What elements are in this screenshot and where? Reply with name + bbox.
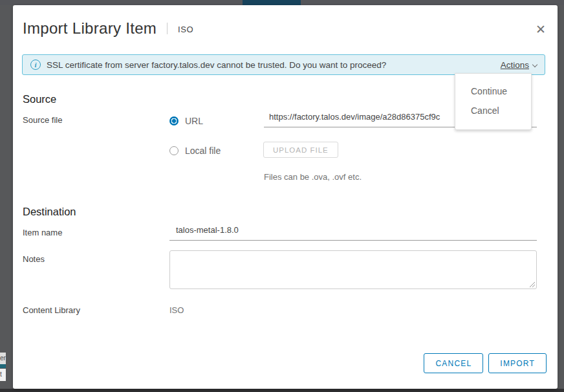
dialog-title: Import Library Item [23,19,157,38]
notes-label: Notes [23,254,45,264]
radio-checked-icon[interactable] [169,116,179,125]
local-file-radio-label: Local file [185,146,221,156]
info-icon: i [30,60,41,70]
actions-dropdown-trigger[interactable]: Actions [501,59,537,71]
source-file-label: Source file [23,115,62,125]
dialog-footer: CANCEL IMPORT [424,353,547,373]
close-icon[interactable]: ✕ [536,23,546,36]
source-section-heading: Source [23,93,56,105]
content-library-value: ISO [169,305,184,315]
actions-dropdown-menu: Continue Cancel [455,73,532,130]
background-fragment: er [0,353,6,364]
file-types-hint: Files can be .ova, .ovf etc. [264,172,362,182]
import-button[interactable]: IMPORT [488,353,547,373]
destination-section-heading: Destination [23,206,76,218]
notes-textarea[interactable] [169,250,537,289]
menu-item-cancel[interactable]: Cancel [455,101,531,120]
upload-file-button[interactable]: UPLOAD FILE [263,142,338,158]
background-fragment-accent [0,364,6,368]
dialog-header: Import Library Item ISO [23,19,193,38]
menu-item-continue[interactable]: Continue [455,82,531,101]
background-fragment: t [0,369,6,381]
import-library-item-dialog: Import Library Item ISO ✕ i SSL certific… [13,5,558,389]
item-name-label: Item name [23,228,62,237]
dimmed-nav-accent [243,0,301,5]
local-file-radio-option[interactable]: Local file [169,146,221,156]
actions-link[interactable]: Actions [501,60,529,70]
chevron-down-icon [532,62,537,67]
dimmed-bottom-band [0,389,564,392]
ssl-warning-text: SSL certificate from server factory.talo… [47,60,501,70]
cancel-button[interactable]: CANCEL [424,353,483,373]
dialog-subtitle: ISO [167,23,193,34]
notes-field-container [169,250,537,289]
url-radio-option[interactable]: URL [169,116,203,126]
url-radio-label: URL [185,116,203,126]
content-library-label: Content Library [23,305,80,315]
radio-unchecked-icon[interactable] [169,146,179,155]
item-name-input[interactable] [169,223,537,241]
ssl-warning-banner: i SSL certificate from server factory.ta… [22,54,545,75]
